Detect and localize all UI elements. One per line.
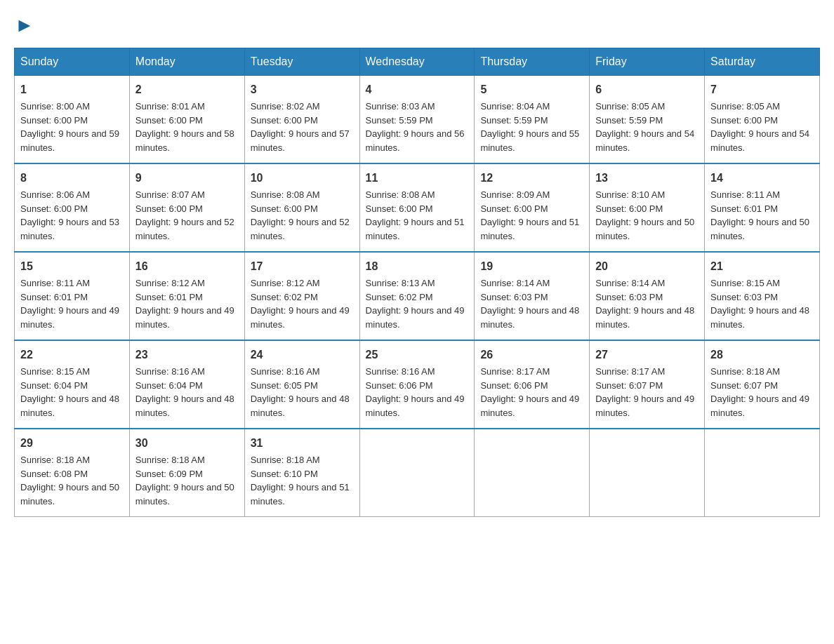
calendar-cell: 30Sunrise: 8:18 AMSunset: 6:09 PMDayligh…: [129, 429, 244, 517]
day-number: 19: [480, 258, 583, 275]
day-number: 23: [135, 347, 239, 363]
col-header-tuesday: Tuesday: [244, 48, 359, 76]
calendar-cell: 24Sunrise: 8:16 AMSunset: 6:05 PMDayligh…: [244, 340, 359, 429]
calendar-table: SundayMondayTuesdayWednesdayThursdayFrid…: [14, 48, 820, 517]
calendar-cell: 3Sunrise: 8:02 AMSunset: 6:00 PMDaylight…: [244, 76, 359, 164]
calendar-week-row: 1Sunrise: 8:00 AMSunset: 6:00 PMDaylight…: [15, 76, 820, 164]
day-number: 14: [710, 170, 814, 187]
calendar-cell: [475, 429, 590, 517]
day-number: 18: [366, 258, 469, 275]
calendar-cell: [359, 429, 475, 517]
calendar-cell: [705, 429, 820, 517]
calendar-cell: 13Sunrise: 8:10 AMSunset: 6:00 PMDayligh…: [590, 163, 705, 252]
calendar-cell: 28Sunrise: 8:18 AMSunset: 6:07 PMDayligh…: [705, 340, 820, 429]
day-number: 26: [480, 347, 583, 363]
day-number: 6: [595, 81, 699, 98]
col-header-sunday: Sunday: [15, 48, 130, 76]
day-number: 20: [595, 258, 699, 275]
day-number: 15: [20, 258, 124, 275]
day-number: 16: [135, 258, 239, 275]
day-number: 7: [710, 81, 814, 98]
calendar-cell: 18Sunrise: 8:13 AMSunset: 6:02 PMDayligh…: [359, 252, 475, 340]
day-number: 25: [366, 347, 469, 363]
logo: ►: [14, 14, 35, 34]
calendar-cell: 26Sunrise: 8:17 AMSunset: 6:06 PMDayligh…: [475, 340, 590, 429]
col-header-monday: Monday: [129, 48, 244, 76]
day-number: 24: [251, 347, 354, 363]
calendar-cell: 29Sunrise: 8:18 AMSunset: 6:08 PMDayligh…: [15, 429, 130, 517]
day-number: 8: [20, 170, 124, 187]
calendar-cell: 22Sunrise: 8:15 AMSunset: 6:04 PMDayligh…: [15, 340, 130, 429]
day-number: 11: [366, 170, 469, 187]
calendar-cell: 25Sunrise: 8:16 AMSunset: 6:06 PMDayligh…: [359, 340, 475, 429]
calendar-week-row: 29Sunrise: 8:18 AMSunset: 6:08 PMDayligh…: [15, 429, 820, 517]
calendar-cell: 6Sunrise: 8:05 AMSunset: 5:59 PMDaylight…: [590, 76, 705, 164]
day-number: 17: [251, 258, 354, 275]
day-number: 12: [480, 170, 583, 187]
calendar-cell: 7Sunrise: 8:05 AMSunset: 6:00 PMDaylight…: [705, 76, 820, 164]
day-number: 9: [135, 170, 239, 187]
calendar-cell: 1Sunrise: 8:00 AMSunset: 6:00 PMDaylight…: [15, 76, 130, 164]
day-number: 2: [135, 81, 239, 98]
page-header: ►: [14, 14, 820, 34]
calendar-cell: 20Sunrise: 8:14 AMSunset: 6:03 PMDayligh…: [590, 252, 705, 340]
calendar-cell: 27Sunrise: 8:17 AMSunset: 6:07 PMDayligh…: [590, 340, 705, 429]
calendar-cell: [590, 429, 705, 517]
col-header-wednesday: Wednesday: [359, 48, 475, 76]
day-number: 4: [366, 81, 469, 98]
calendar-cell: 23Sunrise: 8:16 AMSunset: 6:04 PMDayligh…: [129, 340, 244, 429]
calendar-cell: 31Sunrise: 8:18 AMSunset: 6:10 PMDayligh…: [244, 429, 359, 517]
day-number: 22: [20, 347, 124, 363]
calendar-week-row: 22Sunrise: 8:15 AMSunset: 6:04 PMDayligh…: [15, 340, 820, 429]
calendar-cell: 9Sunrise: 8:07 AMSunset: 6:00 PMDaylight…: [129, 163, 244, 252]
day-number: 1: [20, 81, 124, 98]
calendar-cell: 14Sunrise: 8:11 AMSunset: 6:01 PMDayligh…: [705, 163, 820, 252]
calendar-cell: 11Sunrise: 8:08 AMSunset: 6:00 PMDayligh…: [359, 163, 475, 252]
calendar-cell: 5Sunrise: 8:04 AMSunset: 5:59 PMDaylight…: [475, 76, 590, 164]
calendar-cell: 17Sunrise: 8:12 AMSunset: 6:02 PMDayligh…: [244, 252, 359, 340]
calendar-cell: 21Sunrise: 8:15 AMSunset: 6:03 PMDayligh…: [705, 252, 820, 340]
calendar-week-row: 15Sunrise: 8:11 AMSunset: 6:01 PMDayligh…: [15, 252, 820, 340]
day-number: 27: [595, 347, 699, 363]
calendar-cell: 15Sunrise: 8:11 AMSunset: 6:01 PMDayligh…: [15, 252, 130, 340]
calendar-cell: 4Sunrise: 8:03 AMSunset: 5:59 PMDaylight…: [359, 76, 475, 164]
day-number: 5: [480, 81, 583, 98]
day-number: 10: [251, 170, 354, 187]
day-number: 30: [135, 435, 239, 452]
col-header-thursday: Thursday: [475, 48, 590, 76]
calendar-week-row: 8Sunrise: 8:06 AMSunset: 6:00 PMDaylight…: [15, 163, 820, 252]
calendar-header-row: SundayMondayTuesdayWednesdayThursdayFrid…: [15, 48, 820, 76]
calendar-cell: 10Sunrise: 8:08 AMSunset: 6:00 PMDayligh…: [244, 163, 359, 252]
day-number: 31: [251, 435, 354, 452]
col-header-saturday: Saturday: [705, 48, 820, 76]
calendar-cell: 12Sunrise: 8:09 AMSunset: 6:00 PMDayligh…: [475, 163, 590, 252]
calendar-cell: 2Sunrise: 8:01 AMSunset: 6:00 PMDaylight…: [129, 76, 244, 164]
calendar-cell: 16Sunrise: 8:12 AMSunset: 6:01 PMDayligh…: [129, 252, 244, 340]
day-number: 28: [710, 347, 814, 363]
calendar-cell: 19Sunrise: 8:14 AMSunset: 6:03 PMDayligh…: [475, 252, 590, 340]
day-number: 3: [251, 81, 354, 98]
day-number: 21: [710, 258, 814, 275]
calendar-cell: 8Sunrise: 8:06 AMSunset: 6:00 PMDaylight…: [15, 163, 130, 252]
logo-arrow-icon: ►: [15, 14, 34, 36]
day-number: 13: [595, 170, 699, 187]
col-header-friday: Friday: [590, 48, 705, 76]
day-number: 29: [20, 435, 124, 452]
